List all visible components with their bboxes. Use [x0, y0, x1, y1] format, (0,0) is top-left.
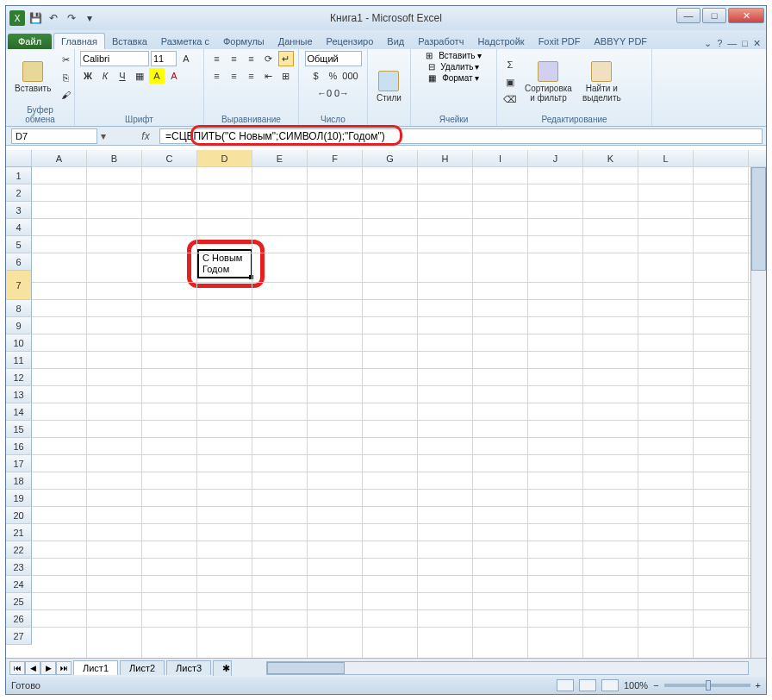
increase-decimal-icon[interactable]: ←0 [317, 85, 333, 101]
hscroll-thumb[interactable] [267, 662, 345, 674]
row-header[interactable]: 17 [6, 455, 32, 472]
row-header[interactable]: 1 [6, 167, 32, 184]
italic-icon[interactable]: К [97, 68, 113, 84]
row-header[interactable]: 22 [6, 541, 32, 559]
row-header[interactable]: 19 [6, 490, 32, 507]
worksheet-grid[interactable]: A B C D E F G H I J K L 1234567891011121… [6, 150, 766, 658]
fill-icon[interactable]: ▣ [502, 74, 518, 90]
minimize-button[interactable]: — [676, 8, 700, 23]
cells-format-button[interactable]: ▦ Формат ▾ [428, 73, 478, 83]
name-box-dropdown-icon[interactable]: ▾ [97, 130, 109, 142]
tab-abbyy[interactable]: ABBYY PDF [588, 34, 655, 49]
row-header[interactable]: 27 [6, 628, 32, 645]
row-header[interactable]: 12 [6, 369, 32, 386]
sheet-nav-first-icon[interactable]: ⏮ [9, 661, 25, 675]
row-header[interactable]: 7 [6, 271, 32, 300]
indent-dec-icon[interactable]: ⇤ [261, 68, 277, 84]
cut-icon[interactable]: ✂ [58, 53, 73, 68]
sheet-nav-next-icon[interactable]: ▶ [40, 661, 56, 675]
tab-foxit[interactable]: Foxit PDF [532, 34, 588, 49]
align-bot-icon[interactable]: ≡ [244, 51, 259, 66]
row-header[interactable]: 16 [6, 438, 32, 455]
row-header[interactable]: 8 [6, 300, 32, 317]
horizontal-scrollbar[interactable] [266, 661, 749, 675]
merge-icon[interactable]: ⊞ [278, 68, 294, 84]
currency-icon[interactable]: $ [308, 68, 324, 84]
cells-insert-button[interactable]: ⊞ Вставить ▾ [426, 51, 481, 60]
align-left-icon[interactable]: ≡ [209, 68, 225, 84]
tab-data[interactable]: Данные [271, 34, 320, 49]
zoom-slider[interactable] [664, 684, 750, 687]
zoom-out-icon[interactable]: − [653, 680, 658, 691]
row-header[interactable]: 20 [6, 507, 32, 524]
minimize-ribbon-icon[interactable]: ⌄ [704, 38, 712, 49]
row-header[interactable]: 24 [6, 576, 32, 593]
maximize-button[interactable]: □ [702, 8, 726, 23]
tab-formulas[interactable]: Формулы [216, 34, 271, 49]
font-size-combo[interactable]: 11 [151, 51, 177, 66]
autosum-icon[interactable]: Σ [502, 57, 518, 72]
page-layout-view-icon[interactable] [579, 679, 596, 691]
row-header[interactable]: 25 [6, 593, 32, 610]
row-header[interactable]: 13 [6, 386, 32, 403]
font-name-combo[interactable]: Calibri [80, 51, 149, 66]
undo-icon[interactable]: ↶ [46, 10, 61, 26]
active-cell[interactable]: С Новым Годом [197, 249, 252, 278]
tab-addins[interactable]: Надстройк [470, 34, 531, 49]
align-mid-icon[interactable]: ≡ [227, 51, 242, 66]
tab-home[interactable]: Главная [53, 33, 105, 49]
doc-close-icon[interactable]: ✕ [753, 38, 761, 49]
row-header[interactable]: 6 [6, 253, 32, 271]
row-header[interactable]: 10 [6, 334, 32, 352]
cells-delete-button[interactable]: ⊟ Удалить ▾ [428, 62, 480, 72]
sheet-nav-last-icon[interactable]: ⏭ [56, 661, 72, 675]
tab-insert[interactable]: Вставка [105, 34, 154, 49]
zoom-in-icon[interactable]: + [756, 680, 761, 691]
row-header[interactable]: 9 [6, 317, 32, 334]
row-header[interactable]: 4 [6, 219, 32, 236]
align-right-icon[interactable]: ≡ [244, 68, 259, 84]
paste-button[interactable]: Вставить [11, 59, 54, 95]
decrease-decimal-icon[interactable]: 0→ [334, 85, 350, 101]
row-header[interactable]: 5 [6, 236, 32, 253]
fill-color-icon[interactable]: A [149, 68, 165, 84]
styles-button[interactable]: Стили [373, 69, 405, 104]
row-header[interactable]: 15 [6, 421, 32, 438]
fx-button[interactable]: fx [135, 130, 156, 142]
number-format-combo[interactable]: Общий [305, 51, 362, 66]
formula-bar[interactable]: =СЦЕПИТЬ("С Новым";СИМВОЛ(10);"Годом") [159, 128, 763, 144]
cells-area[interactable]: С Новым Годом [32, 150, 766, 658]
border-icon[interactable]: ▦ [132, 68, 147, 84]
row-header[interactable]: 14 [6, 403, 32, 421]
name-box[interactable]: D7 [11, 128, 97, 144]
clear-icon[interactable]: ⌫ [502, 91, 518, 107]
new-sheet-button[interactable]: ✱ [213, 660, 232, 676]
row-header[interactable]: 26 [6, 610, 32, 628]
row-header[interactable]: 23 [6, 559, 32, 576]
row-header[interactable]: 11 [6, 352, 32, 369]
save-icon[interactable]: 💾 [28, 10, 43, 26]
redo-icon[interactable]: ↷ [64, 10, 79, 26]
tab-review[interactable]: Рецензиро [320, 34, 381, 49]
help-icon[interactable]: ? [717, 38, 722, 49]
vertical-scrollbar[interactable] [750, 167, 766, 658]
tab-view[interactable]: Вид [380, 34, 411, 49]
vscroll-thumb[interactable] [751, 167, 766, 271]
align-center-icon[interactable]: ≡ [227, 68, 242, 84]
doc-min-icon[interactable]: — [727, 38, 737, 49]
row-header[interactable]: 18 [6, 472, 32, 490]
find-select-button[interactable]: Найти и выделить [579, 59, 625, 104]
underline-icon[interactable]: Ч [115, 68, 130, 84]
sheet-nav-prev-icon[interactable]: ◀ [25, 661, 40, 675]
row-header[interactable]: 21 [6, 524, 32, 541]
sheet-tab[interactable]: Лист3 [166, 660, 211, 675]
page-break-view-icon[interactable] [601, 679, 619, 691]
percent-icon[interactable]: % [326, 68, 341, 84]
doc-restore-icon[interactable]: □ [742, 38, 748, 49]
wrap-text-icon[interactable]: ↵ [278, 51, 294, 66]
sheet-tab-active[interactable]: Лист1 [73, 660, 118, 675]
tab-layout[interactable]: Разметка с [154, 34, 216, 49]
close-button[interactable]: ✕ [728, 8, 764, 23]
increase-font-icon[interactable]: A [178, 51, 194, 66]
align-top-icon[interactable]: ≡ [209, 51, 225, 66]
